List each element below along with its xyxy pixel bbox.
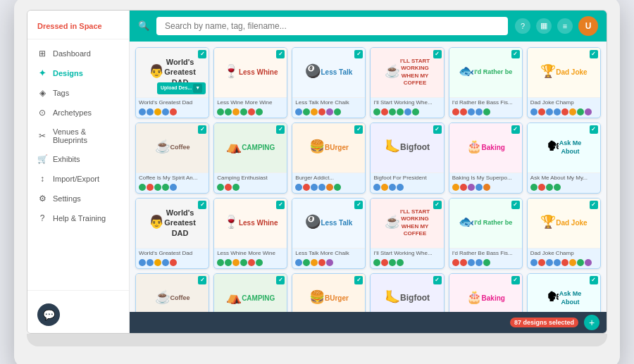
design-card[interactable]: 🐟I'd Rather be✓I'd Rather Be Bass Fis... (449, 198, 523, 269)
sidebar-label-dashboard: Dashboard (53, 49, 91, 58)
card-checkbox[interactable]: ✓ (276, 125, 285, 134)
card-title: Less Talk More Chalk (292, 248, 365, 258)
help-icon-button[interactable]: ? (515, 18, 530, 34)
tag-dot (295, 108, 302, 115)
tag-dot (217, 259, 224, 266)
design-card[interactable]: 🏆Dad Joke✓Dad Joke Champ (527, 198, 601, 269)
tag-dot (554, 259, 561, 266)
main-content: 🔍 ? ▦ ≡ U 👨World'sGreatestDAD✓Upload Des… (130, 11, 607, 333)
selection-bar: 87 designs selected + (130, 312, 607, 333)
help-icon: ? (37, 213, 47, 223)
avatar[interactable]: U (578, 16, 598, 36)
tag-dot (483, 108, 490, 115)
design-card[interactable]: 🎱Less Talk✓Less Talk More Chalk (292, 47, 366, 118)
design-card[interactable]: 🎱Less Talk✓Less Talk More Chalk (292, 198, 366, 269)
tag-dot (295, 259, 302, 266)
upload-button[interactable]: Upload Des...▼ (157, 82, 206, 94)
tag-dot (217, 184, 224, 191)
tag-dot (585, 108, 592, 115)
design-card[interactable]: ☕Coffee✓Coffee Is My Spirit An... (135, 123, 209, 194)
card-checkbox[interactable]: ✓ (198, 201, 206, 209)
card-checkbox[interactable]: ✓ (511, 125, 520, 134)
card-checkbox[interactable]: ✓ (433, 201, 442, 209)
card-checkbox[interactable]: ✓ (354, 50, 363, 58)
card-checkbox[interactable]: ✓ (433, 276, 442, 284)
sidebar-item-designs[interactable]: ✦ Designs (27, 63, 129, 83)
sidebar-item-import-export[interactable]: ↕ Import/Export (27, 169, 129, 189)
sidebar-item-dashboard[interactable]: ⊞ Dashboard (27, 44, 129, 63)
header-icons: ? ▦ ≡ U (515, 16, 598, 36)
dropdown-arrow-icon[interactable]: ▼ (193, 84, 202, 92)
card-checkbox[interactable]: ✓ (276, 201, 285, 209)
card-tags (136, 182, 209, 193)
tag-dot (248, 259, 255, 266)
card-tags (371, 107, 443, 118)
tag-dot (326, 184, 333, 191)
sidebar-item-exhibits[interactable]: 🛒 Exhibits (27, 149, 129, 169)
logo-text: Dressed in Space (37, 22, 102, 30)
card-checkbox[interactable]: ✓ (590, 276, 598, 284)
sidebar-item-tags[interactable]: ◈ Tags (27, 83, 129, 103)
sidebar-label-settings: Settings (53, 194, 81, 203)
design-card[interactable]: 🦶Bigfoot✓Bigfoot For President (370, 123, 444, 194)
tag-dot (225, 184, 232, 191)
design-card[interactable]: 🗣Ask MeAbout✓Ask Me About My My... (527, 123, 601, 194)
selection-action-button[interactable]: + (584, 315, 599, 330)
tag-dot (530, 184, 537, 191)
card-tags (449, 182, 522, 193)
tag-dot (569, 108, 576, 115)
card-title: Camping Enthusiast (214, 172, 287, 182)
design-card[interactable]: 🏆Dad Joke✓Dad Joke Champ (527, 47, 601, 118)
card-checkbox[interactable]: ✓ (590, 125, 598, 134)
card-checkbox[interactable]: ✓ (433, 125, 442, 134)
design-card[interactable]: 🍔BUrger✓Burger Addict... (292, 273, 366, 312)
design-card[interactable]: 👨World'sGreatestDAD✓World's Greatest Dad (135, 198, 209, 269)
designs-icon: ✦ (37, 68, 47, 78)
card-checkbox[interactable]: ✓ (511, 201, 520, 209)
design-card[interactable]: 🎂Baking✓Baking Is My Superpo... (449, 273, 523, 312)
design-card[interactable]: ⛺CAMPING✓Camping Enthusiast (213, 123, 287, 194)
design-card[interactable]: 🗣Ask MeAbout✓Ask Me About My My... (527, 273, 601, 312)
card-checkbox[interactable]: ✓ (354, 125, 363, 134)
tag-dot (326, 108, 333, 115)
grid-icon-button[interactable]: ▦ (536, 18, 552, 34)
tag-dot (334, 184, 341, 191)
design-card[interactable]: 👨World'sGreatestDAD✓Upload Des...▼World'… (135, 47, 209, 118)
sidebar-item-settings[interactable]: ⚙ Settings (27, 189, 129, 208)
card-checkbox[interactable]: ✓ (511, 276, 520, 284)
card-tags (528, 107, 600, 118)
design-card[interactable]: 🎂Baking✓Baking Is My Superpo... (449, 123, 523, 194)
chat-bubble-button[interactable]: 💬 (37, 303, 60, 326)
menu-icon-button[interactable]: ≡ (557, 18, 573, 34)
sidebar: Dressed in Space ⊞ Dashboard ✦ Designs ◈… (27, 11, 130, 333)
design-card[interactable]: 🍔BUrger✓Burger Addict... (292, 123, 366, 194)
card-checkbox[interactable]: ✓ (511, 50, 520, 58)
search-input[interactable] (156, 17, 508, 35)
card-checkbox[interactable]: ✓ (198, 276, 206, 284)
design-card[interactable]: ☕I'LL STARTWORKINGWHEN MYCOFFEE✓I'll Sta… (370, 47, 444, 118)
tags-icon: ◈ (37, 88, 47, 98)
design-card[interactable]: ⛺CAMPING✓Camping Enthusiast (213, 273, 287, 312)
card-checkbox[interactable]: ✓ (354, 276, 363, 284)
sidebar-item-archetypes[interactable]: ⊙ Archetypes (27, 103, 129, 123)
card-checkbox[interactable]: ✓ (590, 50, 598, 58)
card-title: World's Greatest Dad (136, 248, 209, 258)
design-card[interactable]: ☕I'LL STARTWORKINGWHEN MYCOFFEE✓I'll Sta… (370, 198, 444, 269)
card-checkbox[interactable]: ✓ (433, 50, 442, 58)
sidebar-item-venues[interactable]: ✂ Venues & Blueprints (27, 123, 129, 149)
card-checkbox[interactable]: ✓ (590, 201, 598, 209)
tag-dot (538, 259, 545, 266)
tag-dot (217, 108, 224, 115)
design-card[interactable]: 🍷Less Whine✓Less Wine More Wine (213, 47, 287, 118)
card-checkbox[interactable]: ✓ (198, 50, 206, 58)
sidebar-item-help[interactable]: ? Help & Training (27, 208, 129, 228)
card-tags (371, 258, 443, 268)
design-card[interactable]: ☕Coffee✓Coffee Is My Spirit An... (135, 273, 209, 312)
card-checkbox[interactable]: ✓ (354, 201, 363, 209)
card-checkbox[interactable]: ✓ (198, 125, 206, 134)
card-checkbox[interactable]: ✓ (276, 276, 285, 284)
design-card[interactable]: 🦶Bigfoot✓Bigfoot For President (370, 273, 444, 312)
design-card[interactable]: 🍷Less Whine✓Less Whine More Wine (213, 198, 287, 269)
design-card[interactable]: 🐟I'd Rather be✓I'd Rather Be Bass Fis... (449, 47, 523, 118)
card-checkbox[interactable]: ✓ (276, 50, 285, 58)
